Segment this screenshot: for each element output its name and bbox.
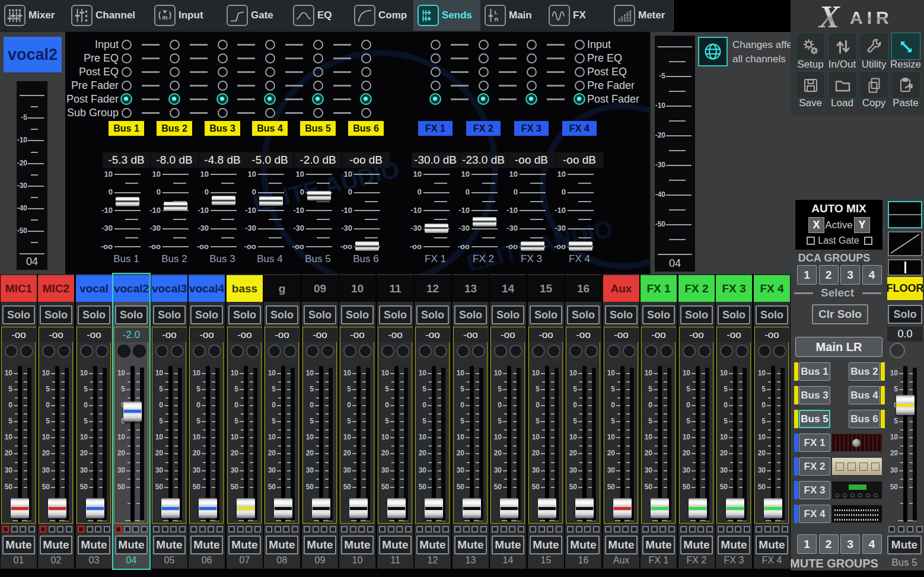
mute-group-checkbox[interactable] bbox=[216, 526, 223, 533]
mute-group-checkbox[interactable] bbox=[199, 526, 206, 533]
mute-button[interactable]: Mute bbox=[78, 535, 110, 554]
tap-radio-bus3[interactable] bbox=[218, 67, 228, 77]
mute-button[interactable]: Mute bbox=[718, 535, 750, 554]
load-button[interactable] bbox=[828, 71, 857, 98]
fader-track[interactable] bbox=[130, 366, 135, 522]
mute-group-checkbox[interactable] bbox=[358, 526, 365, 533]
pan-knob-right[interactable] bbox=[773, 345, 786, 358]
channel-name[interactable]: 14 bbox=[490, 275, 526, 302]
mute-button[interactable]: Mute bbox=[190, 535, 223, 554]
mute-group-checkbox[interactable] bbox=[208, 526, 214, 533]
pan-knob-left[interactable] bbox=[5, 345, 18, 358]
pan-knob-left[interactable] bbox=[117, 345, 130, 358]
fx-send-label[interactable]: FX 4 bbox=[562, 121, 597, 136]
mute-group-checkbox[interactable] bbox=[115, 526, 122, 533]
solo-button[interactable]: Solo bbox=[304, 305, 336, 324]
channel-name[interactable]: vocal4 bbox=[189, 275, 225, 302]
tap-radio-fx3[interactable] bbox=[527, 53, 537, 63]
master-display-meter[interactable] bbox=[888, 201, 922, 228]
changes-affect-globe[interactable] bbox=[698, 37, 728, 66]
mute-button[interactable]: Mute bbox=[266, 535, 298, 554]
pan-knob-left[interactable] bbox=[80, 345, 93, 358]
solo-button[interactable]: Solo bbox=[228, 305, 261, 324]
tab-input[interactable]: INInput bbox=[150, 0, 223, 31]
fader-knob[interactable] bbox=[274, 498, 292, 518]
pan-knob-left[interactable] bbox=[457, 345, 470, 358]
mute-group-checkbox[interactable] bbox=[898, 526, 904, 533]
mute-group-checkbox[interactable] bbox=[292, 526, 298, 533]
tab-mixer[interactable]: Mixer bbox=[0, 0, 68, 31]
mute-group-checkbox[interactable] bbox=[509, 526, 515, 533]
fader-knob[interactable] bbox=[86, 498, 104, 518]
solo-button[interactable]: Solo bbox=[190, 305, 223, 324]
tap-radio-fx1[interactable] bbox=[431, 40, 441, 50]
main-lr-button[interactable]: Main LR bbox=[795, 337, 882, 357]
dca-button-1[interactable]: 1 bbox=[797, 265, 817, 285]
tap-radio-bus4[interactable] bbox=[265, 81, 275, 91]
tap-radio-fx3[interactable] bbox=[527, 67, 537, 77]
tap-radio-bus6[interactable] bbox=[360, 93, 372, 105]
dca-button-3[interactable]: 3 bbox=[840, 265, 860, 285]
mute-group-checkbox[interactable] bbox=[773, 526, 779, 533]
tap-radio-bus4[interactable] bbox=[265, 108, 275, 118]
pan-knob-right[interactable] bbox=[171, 345, 184, 358]
fader-knob[interactable] bbox=[237, 498, 255, 518]
mute-group-checkbox[interactable] bbox=[680, 526, 687, 533]
dca-button-4[interactable]: 4 bbox=[862, 265, 882, 285]
tab-gate[interactable]: Gate bbox=[222, 0, 289, 31]
pan-knob-right[interactable] bbox=[208, 345, 221, 358]
mute-group-checkbox[interactable] bbox=[190, 526, 197, 533]
mute-group-checkbox[interactable] bbox=[434, 526, 440, 533]
tap-radio-bus3[interactable] bbox=[216, 93, 228, 105]
fader-knob[interactable] bbox=[764, 498, 782, 518]
pan-knob-left[interactable] bbox=[494, 345, 507, 358]
mute-group-checkbox[interactable] bbox=[764, 526, 771, 533]
mute-group-checkbox[interactable] bbox=[471, 526, 478, 533]
solo-button[interactable]: Solo bbox=[40, 305, 72, 324]
mute-group-checkbox[interactable] bbox=[416, 526, 423, 533]
paste-button[interactable] bbox=[891, 71, 920, 98]
channel-name[interactable]: Aux bbox=[603, 275, 639, 302]
solo-button[interactable]: Solo bbox=[605, 305, 638, 324]
pan-knob-right[interactable] bbox=[95, 345, 109, 358]
tap-radio-bus2[interactable] bbox=[170, 53, 180, 63]
mute-button[interactable]: Mute bbox=[454, 535, 487, 554]
fader-knob[interactable] bbox=[425, 498, 443, 518]
tap-radio-bus1[interactable] bbox=[122, 40, 132, 50]
pan-knob-left[interactable] bbox=[419, 345, 432, 358]
solo-button[interactable]: Solo bbox=[492, 305, 524, 324]
sidebar-fx-4[interactable]: FX 4 bbox=[799, 505, 830, 523]
channel-name[interactable]: vocal3 bbox=[151, 275, 187, 302]
solo-button[interactable]: Solo bbox=[78, 305, 110, 324]
pan-knob-right[interactable] bbox=[698, 345, 711, 358]
resize-button[interactable] bbox=[891, 33, 920, 60]
tab-sends[interactable]: Sends bbox=[413, 0, 481, 31]
pan-knob-left[interactable] bbox=[607, 345, 620, 358]
mute-group-checkbox[interactable] bbox=[916, 526, 923, 533]
mute-group-checkbox[interactable] bbox=[539, 526, 545, 533]
bus-send-label[interactable]: Bus 5 bbox=[300, 121, 336, 136]
mute-group-checkbox[interactable] bbox=[425, 526, 432, 533]
fader-knob[interactable] bbox=[199, 498, 217, 518]
tap-radio-bus1[interactable] bbox=[122, 108, 132, 118]
fader-knob[interactable] bbox=[726, 498, 744, 518]
fader-knob[interactable] bbox=[651, 498, 669, 518]
fx-send-label[interactable]: FX 3 bbox=[514, 121, 549, 136]
tab-channel[interactable]: Channel bbox=[67, 0, 151, 31]
automix-x-button[interactable]: X bbox=[808, 217, 824, 233]
fx-rack-thumbnail[interactable] bbox=[831, 433, 882, 452]
mute-group-checkbox[interactable] bbox=[388, 526, 394, 533]
tap-radio-bus2[interactable] bbox=[170, 108, 180, 118]
channel-name[interactable]: 12 bbox=[415, 275, 451, 302]
tap-radio-bus5[interactable] bbox=[313, 67, 323, 77]
pan-knob-right[interactable] bbox=[359, 345, 372, 358]
mute-button[interactable]: Mute bbox=[680, 535, 713, 554]
mute-group-checkbox[interactable] bbox=[179, 526, 186, 533]
channel-name[interactable]: MIC2 bbox=[38, 275, 74, 302]
mute-group-checkbox[interactable] bbox=[697, 526, 704, 533]
send-mini-fader[interactable] bbox=[355, 241, 379, 251]
tap-radio-bus1[interactable] bbox=[122, 67, 132, 77]
mute-button[interactable]: Mute bbox=[2, 535, 35, 554]
fader-knob[interactable] bbox=[538, 498, 556, 518]
tap-radio-fx3[interactable] bbox=[527, 40, 537, 50]
